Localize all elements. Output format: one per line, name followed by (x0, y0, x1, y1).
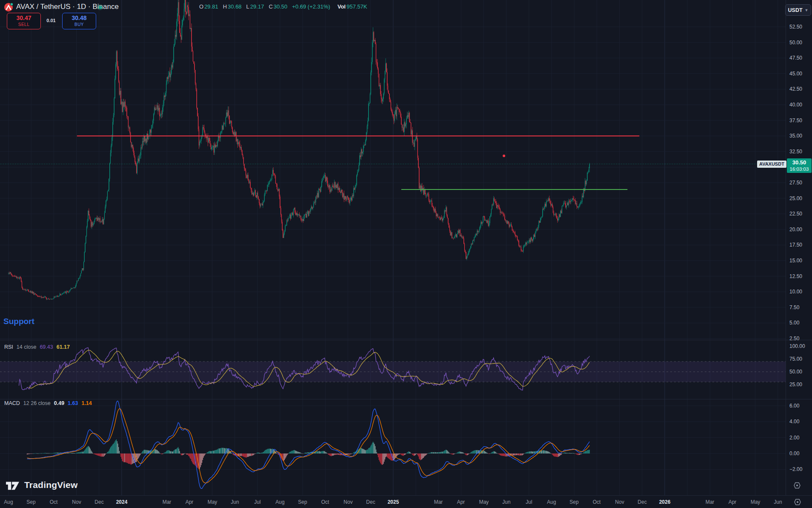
macd-histogram-bar (558, 453, 558, 457)
macd-histogram-bar (583, 453, 583, 453)
pane-separator[interactable] (0, 340, 812, 340)
macd-histogram-bar (455, 453, 455, 454)
macd-histogram-bar (324, 451, 324, 453)
macd-histogram-bar (390, 453, 390, 459)
macd-histogram-bar (255, 453, 256, 454)
macd-histogram-bar (239, 453, 239, 456)
macd-histogram-bar (209, 451, 209, 453)
time-axis-label: Apr (723, 499, 742, 505)
macd-histogram-bar (576, 453, 576, 454)
macd-histogram-bar (166, 451, 166, 453)
open-label: O (199, 3, 203, 10)
time-axis-label: Dec (633, 499, 652, 505)
rsi-axis-label: 75.00 (789, 356, 802, 362)
sell-button[interactable]: 30.47 SELL (7, 13, 41, 29)
macd-name: MACD (4, 400, 20, 406)
macd-histogram-bar (243, 453, 243, 456)
macd-histogram-bar (144, 450, 144, 453)
macd-histogram-bar (544, 451, 544, 453)
macd-histogram-bar (504, 453, 504, 456)
macd-histogram-bar (36, 453, 36, 454)
macd-histogram-bar (405, 453, 405, 455)
macd-histogram-bar (318, 451, 319, 453)
macd-histogram-bar (100, 453, 101, 456)
macd-histogram-bar (444, 451, 445, 453)
macd-histogram-bar (397, 453, 398, 455)
macd-histogram-bar (499, 453, 500, 455)
macd-histogram-bar (522, 453, 523, 455)
macd-histogram-bar (103, 453, 103, 457)
macd-histogram-bar (161, 453, 161, 454)
macd-histogram-bar (423, 453, 423, 458)
macd-histogram-bar (139, 453, 140, 456)
time-axis-label: Apr (180, 499, 199, 505)
macd-histogram-bar (192, 453, 192, 462)
drawings-layer[interactable] (0, 136, 786, 189)
macd-histogram-bar (325, 452, 326, 454)
macd-histogram-bar (165, 453, 165, 453)
macd-histogram-bar (211, 451, 211, 453)
axis-settings-icon[interactable] (793, 498, 802, 506)
macd-histogram-bar (292, 451, 293, 453)
buy-button[interactable]: 30.48 BUY (62, 13, 96, 29)
macd-histogram-bar (528, 452, 529, 453)
rsi-legend[interactable]: RSI 14 close 69.43 61.17 (4, 344, 70, 350)
pane-separator[interactable] (0, 399, 812, 399)
macd-histogram-bar (487, 453, 488, 453)
macd-legend[interactable]: MACD 12 26 close 0.49 1.63 1.14 (4, 400, 92, 406)
macd-histogram-bar (426, 453, 426, 455)
macd-histogram-bar (47, 453, 47, 453)
macd-histogram-bar (562, 453, 562, 454)
price-axis-label: 25.00 (789, 195, 802, 201)
macd-histogram-bar (49, 453, 50, 453)
symbol-title[interactable]: AVAX / TetherUS · 1D · Binance (16, 3, 119, 11)
macd-histogram-bar (178, 447, 178, 453)
macd-histogram-bar (353, 453, 353, 453)
macd-histogram-bar (430, 453, 431, 453)
macd-histogram-bar (109, 449, 110, 453)
rsi-axis-label: 50.00 (789, 369, 802, 375)
macd-histogram-bar (240, 453, 241, 456)
macd-histogram-bar (186, 453, 186, 455)
macd-histogram-bar (466, 453, 466, 455)
macd-histogram-bar (129, 453, 130, 464)
macd-histogram-bar (365, 450, 366, 453)
macd-histogram-bar (377, 452, 377, 453)
currency-selector-button[interactable]: USDT ▼ (785, 4, 811, 16)
macd-histogram-bar (256, 453, 257, 454)
macd-histogram-bar (157, 450, 157, 453)
support-text-annotation[interactable]: Support (3, 317, 34, 326)
macd-histogram-bar (450, 453, 451, 454)
macd-histogram-bar (142, 451, 143, 453)
macd-histogram-bar (74, 453, 74, 453)
macd-histogram-bar (320, 451, 320, 453)
macd-histogram-bar (306, 453, 307, 453)
price-scale[interactable]: 30.50 16:03:03 52.5050.0047.5045.0042.50… (786, 0, 812, 495)
macd-histogram-bar (286, 453, 287, 456)
macd-histogram-bar (386, 453, 386, 457)
macd-histogram-bar (218, 449, 218, 454)
macd-histogram-bar (374, 443, 374, 453)
macd-histogram-bar (138, 453, 139, 458)
macd-histogram-bar (104, 453, 105, 456)
macd-histogram-bar (99, 453, 100, 456)
macd-histogram-bar (100, 453, 100, 456)
macd-histogram-bar (332, 453, 332, 456)
macd-histogram-bar (435, 452, 435, 453)
chart-canvas[interactable] (0, 0, 786, 495)
candles-layer (8, 0, 589, 300)
time-scale[interactable]: AugSepOctNovDec2024MarAprMayJunJulAugSep… (0, 495, 812, 508)
macd-histogram-bar (38, 453, 38, 454)
macd-histogram-bar (82, 452, 83, 454)
open-value: 29.81 (204, 3, 218, 10)
scale-settings-icon[interactable] (793, 481, 801, 490)
macd-histogram-bar (118, 447, 119, 453)
macd-histogram-bar (467, 453, 468, 455)
time-axis-label: Sep (565, 499, 583, 505)
market-status-icon[interactable] (97, 4, 103, 10)
macd-histogram-bar (491, 453, 492, 453)
macd-histogram-bar (497, 453, 497, 454)
tradingview-watermark[interactable]: TradingView (5, 479, 78, 491)
macd-histogram-bar (572, 453, 572, 453)
macd-histogram-bar (561, 453, 561, 455)
